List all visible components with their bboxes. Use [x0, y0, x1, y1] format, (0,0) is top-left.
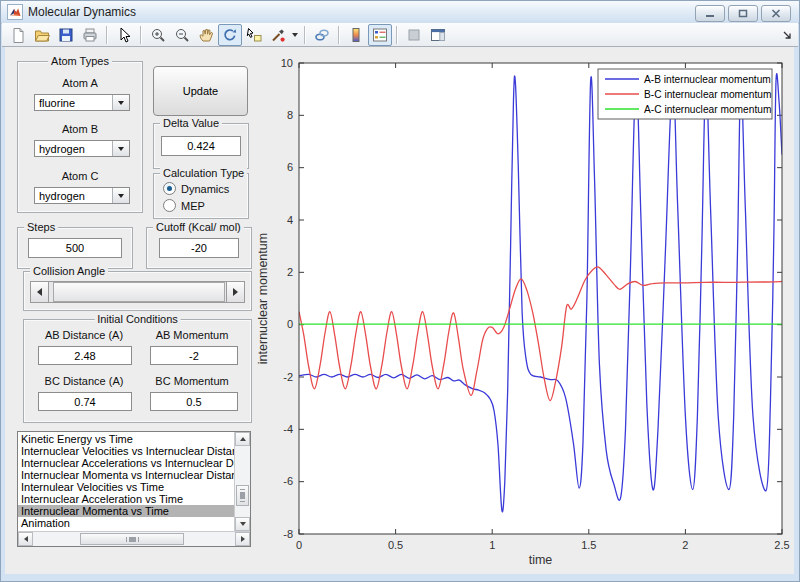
mep-radio[interactable]: MEP	[163, 199, 205, 212]
thumb-grip	[240, 489, 245, 502]
dynamics-radio-label: Dynamics	[181, 183, 229, 195]
y-tick-label: 2	[287, 266, 293, 278]
list-item[interactable]: Internuclear Accelerations vs Internucle…	[18, 457, 234, 469]
update-button[interactable]: Update	[153, 66, 248, 116]
ab-distance-field[interactable]	[38, 346, 132, 365]
list-item[interactable]: Internuclear Momenta vs Internuclear Dis…	[18, 469, 234, 481]
tool-insert-legend[interactable]	[368, 24, 392, 46]
legend: A-B internuclear momentumB-C internuclea…	[598, 69, 772, 119]
tool-brush-data[interactable]	[266, 24, 290, 46]
maximize-button[interactable]	[728, 5, 758, 22]
listbox-vertical-scrollbar[interactable]	[234, 432, 250, 531]
plot-type-listbox[interactable]: Kinetic Energy vs TimeInternuclear Veloc…	[17, 431, 251, 547]
tool-zoom-in[interactable]	[146, 24, 170, 46]
dynamics-radio-icon[interactable]	[163, 182, 176, 195]
delta-value-field[interactable]	[161, 136, 241, 156]
mep-radio-icon[interactable]	[163, 199, 176, 212]
hide-plot-tools-icon	[406, 27, 422, 43]
window-title: Molecular Dynamics	[28, 5, 136, 19]
tool-link-plot[interactable]	[310, 24, 334, 46]
atom-types-label: Atom Types	[48, 55, 112, 67]
bc-momentum-field[interactable]	[150, 392, 238, 411]
list-item[interactable]: Internulear Velocities vs Time	[18, 481, 234, 493]
show-plot-tools-icon	[430, 27, 446, 43]
toolbar-overflow-icon[interactable]	[783, 31, 792, 40]
tool-pan[interactable]	[194, 24, 218, 46]
y-tick-label: -6	[283, 475, 293, 487]
tool-save-figure[interactable]	[54, 24, 78, 46]
ab-momentum-field[interactable]	[150, 346, 238, 365]
caret-down-icon	[292, 33, 298, 37]
list-item[interactable]: Internuclear Momenta vs Time	[18, 505, 234, 517]
slider-right-arrow[interactable]	[226, 282, 244, 302]
atom-c-label: Atom C	[18, 170, 142, 182]
steps-panel: Steps	[17, 227, 133, 269]
tool-new-file[interactable]	[6, 24, 30, 46]
collision-angle-slider[interactable]	[30, 281, 245, 303]
atom-a-dropdown-arrow-icon[interactable]	[112, 95, 129, 110]
y-tick-label: 8	[287, 109, 293, 121]
tool-rotate-3d[interactable]	[218, 24, 242, 46]
initial-conditions-label: Initial Conditions	[94, 313, 181, 325]
atom-b-label: Atom B	[18, 123, 142, 135]
initial-conditions-panel: Initial Conditions AB Distance (A) AB Mo…	[23, 319, 252, 423]
toolbar-separator	[304, 26, 306, 44]
scroll-right-icon	[241, 536, 245, 542]
x-tick-label: 2	[682, 539, 688, 551]
vertical-scroll-thumb[interactable]	[236, 485, 249, 506]
x-axis-label: time	[529, 553, 553, 567]
minimize-button[interactable]	[695, 5, 725, 22]
atom-c-dropdown[interactable]: hydrogen	[34, 187, 130, 204]
tool-insert-colorbar[interactable]	[344, 24, 368, 46]
atom-b-dropdown[interactable]: hydrogen	[34, 140, 130, 157]
tool-open-file[interactable]	[30, 24, 54, 46]
zoom-out-icon	[174, 27, 190, 43]
brush-data-icon	[270, 27, 286, 43]
close-icon	[771, 9, 781, 18]
close-button[interactable]	[761, 5, 791, 22]
tool-zoom-out[interactable]	[170, 24, 194, 46]
tool-edit-plot[interactable]	[112, 24, 136, 46]
list-item[interactable]: Internuclear Acceleration vs Time	[18, 493, 234, 505]
scroll-left-button[interactable]	[18, 532, 33, 546]
scroll-up-button[interactable]	[235, 432, 250, 446]
insert-legend-icon	[372, 27, 388, 43]
save-figure-icon	[58, 27, 74, 43]
tool-print-figure[interactable]	[78, 24, 102, 46]
horizontal-scroll-thumb[interactable]	[80, 533, 184, 545]
tool-show-plot-tools[interactable]	[426, 24, 450, 46]
bc-distance-field[interactable]	[38, 392, 132, 411]
atom-a-dropdown[interactable]: fluorine	[34, 94, 130, 111]
list-item[interactable]: Internuclear Velocities vs Internuclear …	[18, 445, 234, 457]
cutoff-field[interactable]	[159, 238, 239, 258]
x-tick-label: 1	[489, 539, 495, 551]
dynamics-radio[interactable]: Dynamics	[163, 182, 229, 195]
figure-toolbar	[2, 23, 798, 47]
brush-dropdown-caret[interactable]	[290, 25, 300, 45]
slider-left-arrow[interactable]	[31, 282, 49, 302]
atom-c-dropdown-arrow-icon[interactable]	[112, 188, 129, 203]
titlebar[interactable]: Molecular Dynamics	[1, 1, 799, 24]
slider-thumb[interactable]	[53, 282, 225, 302]
steps-field[interactable]	[28, 238, 122, 258]
collision-angle-label: Collision Angle	[30, 265, 108, 277]
listbox-horizontal-scrollbar[interactable]	[18, 531, 250, 546]
toolbar-separator	[106, 26, 108, 44]
y-tick-label: -2	[283, 371, 293, 383]
tool-hide-plot-tools[interactable]	[402, 24, 426, 46]
atom-b-dropdown-arrow-icon[interactable]	[112, 141, 129, 156]
atom-types-panel: Atom Types Atom A fluorine Atom B hydrog…	[17, 61, 143, 213]
scroll-right-button[interactable]	[235, 532, 250, 546]
scroll-down-button[interactable]	[235, 517, 250, 531]
maximize-icon	[738, 9, 748, 18]
x-tick-label: 0.5	[388, 539, 403, 551]
bc-momentum-label: BC Momentum	[144, 375, 240, 387]
y-tick-label: -8	[283, 528, 293, 540]
atom-b-value: hydrogen	[39, 143, 85, 155]
delta-value-panel: Delta Value	[153, 123, 249, 169]
open-file-icon	[34, 27, 50, 43]
list-item[interactable]: Kinetic Energy vs Time	[18, 433, 234, 445]
toolbar-separator	[396, 26, 398, 44]
tool-data-cursor[interactable]	[242, 24, 266, 46]
list-item[interactable]: Animation	[18, 517, 234, 529]
